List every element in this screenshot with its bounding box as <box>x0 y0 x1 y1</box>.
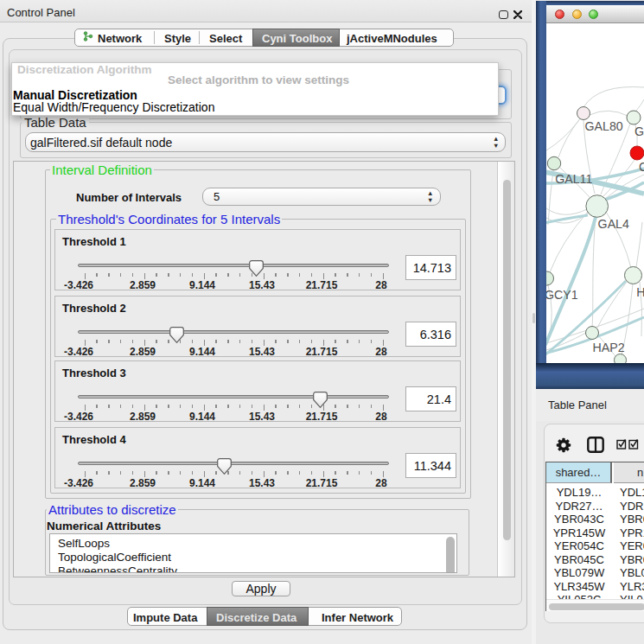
svg-text:GAL4: GAL4 <box>598 217 629 231</box>
svg-text:C: C <box>639 160 644 174</box>
svg-text:GAL80: GAL80 <box>585 119 623 133</box>
svg-text:GCY1: GCY1 <box>546 288 578 302</box>
svg-text:HAP2: HAP2 <box>593 341 625 354</box>
svg-text:H: H <box>636 285 644 299</box>
svg-text:GA: GA <box>634 124 644 138</box>
svg-text:GAL11: GAL11 <box>555 172 592 186</box>
